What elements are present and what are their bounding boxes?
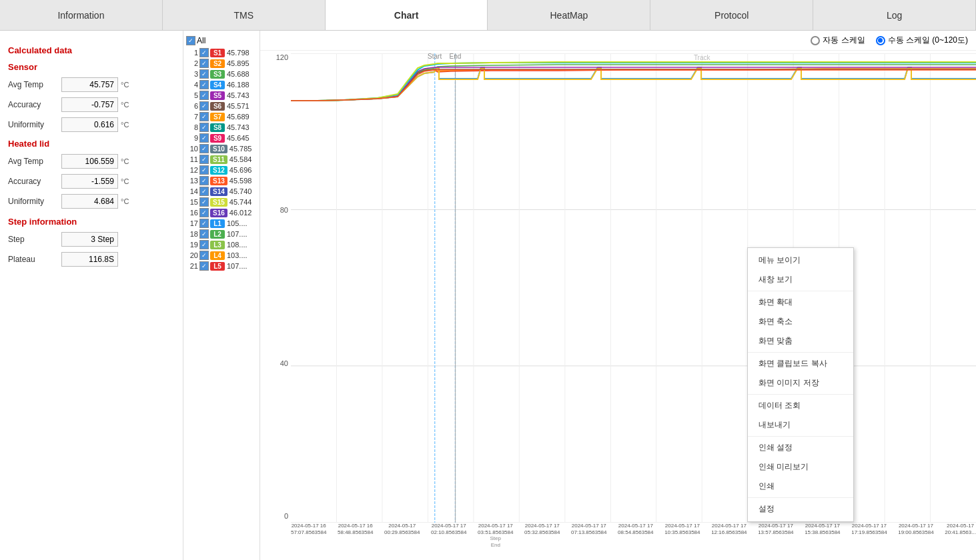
legend-item[interactable]: 3S345.688 [186, 69, 257, 79]
heated-avg-temp-input[interactable] [61, 154, 118, 169]
manual-scale-option[interactable]: 수동 스케일 (0~120도) [876, 35, 968, 46]
legend-item-checkbox[interactable] [199, 251, 209, 260]
legend-item-num: 10 [186, 145, 198, 153]
legend-item[interactable]: 11S1145.584 [186, 155, 257, 164]
tab-information[interactable]: Information [0, 0, 163, 30]
menu-item-zoom-in[interactable]: 화면 확대 [748, 293, 853, 312]
legend-all-checkbox[interactable] [186, 36, 195, 45]
tab-protocol[interactable]: Protocol [650, 0, 813, 30]
legend-item-badge: L4 [210, 251, 225, 260]
legend-item-checkbox[interactable] [199, 91, 209, 100]
legend-item-checkbox[interactable] [199, 155, 209, 164]
tab-heatmap[interactable]: HeatMap [488, 0, 650, 30]
legend-item-num: 15 [186, 198, 198, 206]
heated-avg-temp-unit: °C [121, 157, 129, 165]
plateau-input[interactable] [61, 252, 118, 267]
legend-item[interactable]: 8S845.743 [186, 123, 257, 132]
legend-item-badge: S7 [210, 113, 225, 121]
svg-text:End: End [450, 53, 462, 60]
legend-item-checkbox[interactable] [199, 219, 209, 228]
legend-item[interactable]: 2S245.895 [186, 59, 257, 68]
legend-item-checkbox[interactable] [199, 59, 209, 68]
step-input[interactable] [61, 232, 118, 247]
legend-item[interactable]: 13S1345.598 [186, 176, 257, 185]
legend-item[interactable]: 9S945.645 [186, 133, 257, 143]
legend-item[interactable]: 17L1105.... [186, 219, 257, 228]
legend-item-num: 2 [186, 59, 198, 67]
legend-item-checkbox[interactable] [199, 197, 209, 207]
menu-item-export[interactable]: 내보내기 [748, 415, 853, 435]
sensor-accuracy-label: Accuracy [8, 100, 61, 109]
plateau-label: Plateau [8, 255, 61, 264]
sensor-uniformity-input[interactable] [61, 117, 118, 132]
heated-accuracy-input[interactable] [61, 174, 118, 189]
menu-item-print-preview[interactable]: 인쇄 미리보기 [748, 457, 853, 477]
x-label-3: 2024-05-17 1702:10.8563584 [431, 523, 466, 535]
legend-item-checkbox[interactable] [199, 261, 209, 271]
menu-item-copy-clipboard[interactable]: 화면 클립보드 복사 [748, 354, 853, 373]
context-menu: 메뉴 보이기 새창 보기 화면 확대 화면 축소 화면 맞춤 화면 클립보드 복… [747, 247, 854, 522]
legend-item-checkbox[interactable] [199, 187, 209, 196]
legend-item[interactable]: 5S545.743 [186, 91, 257, 100]
legend-item-checkbox[interactable] [199, 176, 209, 185]
legend-item[interactable]: 12S1245.696 [186, 165, 257, 175]
legend-item[interactable]: 15S1545.744 [186, 197, 257, 207]
legend-item-num: 6 [186, 102, 198, 110]
x-label-4: 2024-05-17 1703:51.8563584StepEnd [478, 523, 513, 548]
legend-item-num: 7 [186, 113, 198, 121]
legend-item[interactable]: 16S1646.012 [186, 208, 257, 217]
x-label-5: 2024-05-17 1705:32.8563584 [524, 523, 560, 535]
legend-item-checkbox[interactable] [199, 240, 209, 249]
sensor-accuracy-input[interactable] [61, 97, 118, 112]
menu-item-data-view[interactable]: 데이터 조회 [748, 396, 853, 415]
legend-item-checkbox[interactable] [199, 48, 209, 57]
menu-item-zoom-out[interactable]: 화면 축소 [748, 312, 853, 331]
sensor-avg-temp-input[interactable] [61, 77, 118, 92]
legend-item-checkbox[interactable] [199, 229, 209, 239]
legend-item-num: 16 [186, 209, 198, 217]
legend-item-value: 45.696 [229, 166, 252, 174]
legend-item-checkbox[interactable] [199, 123, 209, 132]
legend-item[interactable]: 10S1045.785 [186, 144, 257, 153]
menu-item-new-window[interactable]: 새창 보기 [748, 270, 853, 289]
menu-item-print-settings[interactable]: 인쇄 설정 [748, 438, 853, 457]
auto-scale-radio[interactable] [811, 36, 820, 45]
menu-item-print[interactable]: 인쇄 [748, 477, 853, 496]
menu-item-fit[interactable]: 화면 맞춤 [748, 331, 853, 351]
legend-item[interactable]: 6S645.571 [186, 101, 257, 111]
y-label-120: 120 [276, 53, 288, 61]
x-label-11: 2024-05-17 1715:38.8563584 [805, 523, 840, 535]
legend-item[interactable]: 18L2107.... [186, 229, 257, 239]
legend-item-checkbox[interactable] [199, 80, 209, 89]
legend-item[interactable]: 4S446.188 [186, 80, 257, 89]
legend-item[interactable]: 7S745.689 [186, 112, 257, 121]
manual-scale-radio[interactable] [876, 36, 885, 45]
legend-item[interactable]: 14S1445.740 [186, 187, 257, 196]
menu-item-show-menu[interactable]: 메뉴 보이기 [748, 251, 853, 270]
menu-item-save-image[interactable]: 화면 이미지 저장 [748, 373, 853, 393]
legend-item[interactable]: 21L5107.... [186, 261, 257, 271]
legend-item-checkbox[interactable] [199, 69, 209, 79]
calculated-data-title: Calculated data [8, 45, 175, 55]
legend-item-value: 45.743 [227, 91, 250, 99]
legend-item-checkbox[interactable] [199, 133, 209, 143]
legend-item-checkbox[interactable] [199, 101, 209, 111]
legend-item-checkbox[interactable] [199, 208, 209, 217]
sensor-accuracy-row: Accuracy °C [8, 97, 175, 112]
tab-tms[interactable]: TMS [163, 0, 326, 30]
auto-scale-option[interactable]: 자동 스케일 [811, 35, 865, 46]
tab-log[interactable]: Log [813, 0, 976, 30]
legend-item[interactable]: 19L3108.... [186, 240, 257, 249]
menu-item-settings[interactable]: 설정 [748, 499, 853, 519]
chart-area: 자동 스케일 수동 스케일 (0~120도) 120 80 40 0 [260, 31, 976, 560]
tab-chart[interactable]: Chart [326, 0, 488, 30]
legend-item[interactable]: 1S145.798 [186, 48, 257, 57]
legend-item-checkbox[interactable] [199, 144, 209, 153]
legend-all[interactable]: All [186, 36, 257, 45]
legend-item-checkbox[interactable] [199, 112, 209, 121]
heated-uniformity-input[interactable] [61, 194, 118, 209]
legend-item-value: 45.584 [229, 155, 252, 163]
legend-item[interactable]: 20L4103.... [186, 251, 257, 260]
legend-item-value: 107.... [227, 230, 248, 238]
legend-item-checkbox[interactable] [199, 165, 209, 175]
